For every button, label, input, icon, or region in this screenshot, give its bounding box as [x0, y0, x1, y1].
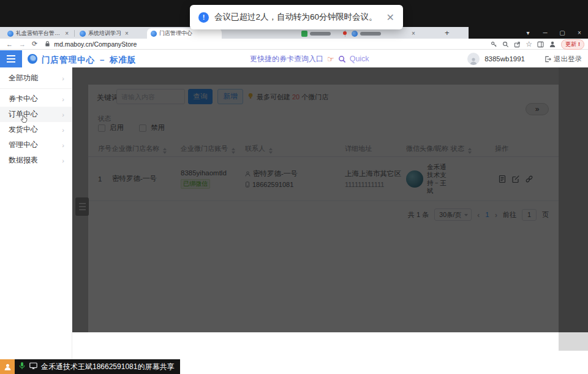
reload-icon[interactable]: ⟳: [32, 40, 37, 48]
screen-share-bar: 金禾通技术王斌18662591081的屏幕共享: [0, 359, 180, 374]
sidebar-nav: 全部功能 › 券卡中心 › 订单中心 › 发货中心 › 管理中心 › 数据报表 …: [0, 67, 72, 374]
app-header: 门店管理中心 － 标准版 更快捷的券卡查询入口 ☞ Quick 8385wb19…: [0, 50, 588, 67]
sidebar-item-label: 券卡中心: [9, 94, 38, 104]
site-favicon: [352, 31, 358, 37]
window-controls: ▾ ─ ▢ ×: [469, 27, 588, 39]
sidebar-item-label: 全部功能: [9, 73, 38, 83]
browser-tab-obscured-1[interactable]: [298, 28, 342, 39]
sidebar-item-card-center[interactable]: 券卡中心 ›: [0, 91, 72, 107]
app-title: 门店管理中心 － 标准版: [42, 55, 137, 66]
store-list-panel: 关键词 查询 新增 最多可创建20个微门店 状态 启用 禁用 序号: [72, 67, 559, 332]
tab-label-obscured: [310, 32, 331, 36]
menu-toggle-button[interactable]: [0, 50, 22, 67]
site-favicon: [7, 31, 13, 37]
maximize-icon[interactable]: ▢: [554, 27, 571, 39]
tab-close-icon[interactable]: ×: [65, 30, 69, 37]
url-text[interactable]: md.maboy.cn/CompanyStore: [54, 40, 137, 48]
page-scroll-gutter-bottom: [559, 332, 588, 351]
share-icon[interactable]: [514, 41, 521, 48]
microphone-icon: [18, 361, 26, 372]
site-favicon: [80, 31, 86, 37]
browser-tab-obscured-2[interactable]: ×: [348, 28, 426, 39]
mouse-cursor-icon: [20, 115, 28, 126]
tab-close-icon[interactable]: ×: [125, 30, 129, 37]
tab-label: 系统培训学习: [88, 29, 121, 37]
site-favicon: [151, 31, 157, 37]
screen-icon: [29, 361, 37, 372]
new-tab-button[interactable]: +: [445, 28, 450, 38]
close-icon[interactable]: ×: [571, 27, 588, 39]
tab-label: 礼盒营销平台管理中心: [16, 29, 61, 37]
screen: 礼盒营销平台管理中心 × 系统培训学习 × 门店管理中心 × + ▾ ─ ▢ ×: [0, 0, 588, 374]
browser-update-button[interactable]: 更新 !: [561, 39, 584, 50]
tab-search-icon[interactable]: ▾: [519, 27, 537, 39]
sidebar-item-shipping-center[interactable]: 发货中心 ›: [0, 122, 72, 137]
zoom-icon[interactable]: [502, 41, 509, 48]
forward-icon[interactable]: →: [19, 40, 26, 48]
sidebar-item-label: 管理中心: [9, 140, 38, 150]
app-logo: [28, 54, 37, 64]
info-icon: !: [198, 12, 209, 23]
dim-overlay: [72, 67, 559, 332]
browser-tab-1[interactable]: 礼盒营销平台管理中心 ×: [4, 28, 72, 39]
minimize-icon[interactable]: ─: [537, 27, 554, 39]
chevron-right-icon: ›: [62, 75, 64, 82]
toast-close-icon[interactable]: ✕: [386, 12, 394, 23]
quick-search-label[interactable]: Quick: [350, 55, 369, 63]
sidebar-item-order-center[interactable]: 订单中心 ›: [0, 107, 72, 122]
browser-tab-active[interactable]: 门店管理中心: [147, 28, 222, 39]
notification-dot: [343, 31, 347, 35]
coupon-query-link[interactable]: 更快捷的券卡查询入口: [250, 54, 323, 64]
tab-divider: [74, 30, 75, 37]
tab-label-obscured: [360, 32, 381, 36]
user-avatar[interactable]: [467, 53, 480, 65]
address-bar: ← → ⟳ md.maboy.cn/CompanyStore ☆: [0, 39, 588, 50]
side-panel-icon[interactable]: [537, 41, 544, 48]
pointing-finger-icon: ☞: [327, 55, 334, 64]
back-icon[interactable]: ←: [6, 40, 13, 48]
password-key-icon[interactable]: [491, 41, 497, 48]
update-badge: !: [578, 41, 580, 47]
update-label: 更新: [565, 40, 576, 48]
profile-icon[interactable]: [549, 40, 556, 48]
tab-close-icon[interactable]: ×: [412, 30, 415, 37]
browser-tab-2[interactable]: 系统培训学习 ×: [76, 28, 145, 39]
sidebar-item-management-center[interactable]: 管理中心 ›: [0, 137, 72, 153]
site-favicon: [301, 31, 307, 37]
bookmark-star-icon[interactable]: ☆: [526, 40, 532, 48]
logout-label: 退出登录: [554, 55, 582, 64]
username-label: 8385wb1991: [484, 55, 525, 63]
sidebar-item-data-reports[interactable]: 数据报表 ›: [0, 153, 72, 168]
chevron-right-icon: ›: [62, 96, 64, 103]
sidebar-divider: [0, 88, 72, 89]
sidebar-item-all-functions[interactable]: 全部功能 ›: [0, 71, 72, 86]
tab-label: 门店管理中心: [159, 29, 192, 37]
meeting-toast: ! 会议已超过2人，自动转为60分钟限时会议。 ✕: [190, 5, 403, 29]
sidebar-item-label: 数据报表: [9, 155, 38, 166]
quick-search-icon[interactable]: [338, 55, 346, 63]
chevron-right-icon: ›: [62, 142, 64, 149]
chevron-right-icon: ›: [62, 157, 64, 164]
logout-icon: [545, 56, 551, 63]
share-text: 金禾通技术王斌18662591081的屏幕共享: [41, 362, 174, 372]
lock-icon: [45, 40, 50, 47]
page-scroll-gutter: [559, 67, 588, 332]
toast-text: 会议已超过2人，自动转为60分钟限时会议。: [214, 12, 377, 23]
logout-button[interactable]: 退出登录: [545, 55, 582, 64]
chevron-right-icon: ›: [62, 111, 64, 118]
sharer-avatar-icon: [0, 359, 15, 374]
chevron-right-icon: ›: [62, 126, 64, 134]
